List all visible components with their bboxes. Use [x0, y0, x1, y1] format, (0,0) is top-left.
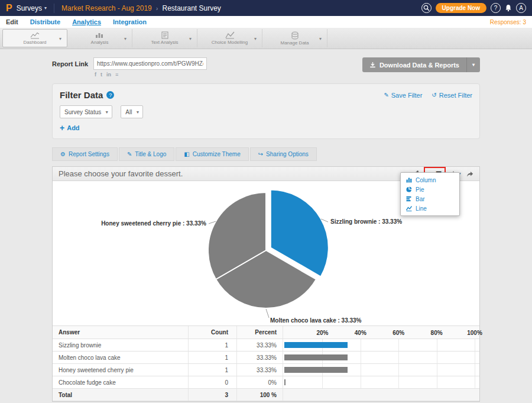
surveys-label: Surveys	[17, 4, 42, 12]
menu-item-bar[interactable]: Bar	[401, 194, 459, 204]
menu-item-label: Line	[416, 205, 427, 212]
toolbar-label: Manage Data	[280, 40, 309, 46]
download-icon	[369, 62, 376, 68]
col-count: Count	[189, 326, 237, 338]
tab-label: Report Settings	[69, 151, 109, 157]
chevron-down-icon[interactable]: ▾	[319, 36, 322, 41]
upgrade-button[interactable]: Upgrade Now	[436, 3, 486, 13]
chevron-down-icon: ▼	[105, 110, 109, 114]
download-data-reports-button[interactable]: Download Data & Reports ▾	[362, 57, 480, 72]
percent-cell: 0%	[237, 376, 283, 388]
reset-filter-link[interactable]: ↺ Reset Filter	[432, 92, 472, 99]
survey-status-value: Survey Status	[64, 109, 101, 115]
report-link-input[interactable]	[93, 57, 207, 70]
twitter-icon[interactable]: t	[100, 72, 102, 78]
chevron-down-icon: ▼	[135, 110, 140, 114]
chevron-down-icon[interactable]: ▾	[124, 36, 126, 41]
theme-icon: ◧	[184, 151, 189, 157]
report-link-row: Report Link f t in ≡ Download Data & Rep…	[52, 57, 480, 78]
report-option-tabs: ⚙ Report Settings ✎ Title & Logo ◧ Custo…	[52, 147, 480, 161]
filter-help-icon[interactable]: ?	[106, 91, 114, 99]
nav-edit[interactable]: Edit	[6, 18, 18, 25]
total-label: Total	[53, 389, 189, 401]
notifications-button[interactable]	[505, 4, 512, 12]
tab-report-settings[interactable]: ⚙ Report Settings	[52, 147, 118, 161]
toolbar-dashboard[interactable]: Dashboard ▾	[2, 29, 67, 47]
status-all-select[interactable]: All ▼	[121, 105, 143, 118]
add-filter-button[interactable]: + Add	[60, 124, 472, 131]
nav-analytics[interactable]: Analytics	[72, 18, 101, 25]
chevron-down-icon[interactable]: ▾	[189, 36, 192, 41]
facebook-icon[interactable]: f	[95, 72, 96, 78]
chevron-down-icon[interactable]: ▾	[467, 62, 480, 67]
nav-integration[interactable]: Integration	[113, 18, 147, 25]
tab-title-logo[interactable]: ✎ Title & Logo	[119, 147, 174, 161]
questionpro-logo[interactable]: P	[6, 3, 12, 14]
menu-item-label: Bar	[416, 196, 425, 202]
tab-sharing-options[interactable]: ↪ Sharing Options	[250, 147, 317, 161]
download-label: Download Data & Reports	[379, 62, 459, 69]
table-total-row: Total 3 100 %	[53, 389, 479, 401]
embed-icon[interactable]: ≡	[115, 72, 118, 78]
save-filter-link[interactable]: ✎ Save Filter	[384, 92, 422, 99]
chevron-down-icon[interactable]: ▾	[254, 36, 257, 41]
tab-label: Title & Logo	[135, 151, 166, 157]
bar-cell-empty	[283, 389, 479, 401]
toolbar-text-analysis[interactable]: Text Analysis ▾	[132, 29, 197, 47]
menu-item-label: Column	[416, 177, 436, 183]
toolbar-analysis[interactable]: Analysis ▾	[67, 29, 132, 47]
total-percent: 100 %	[237, 389, 283, 401]
toolbar-label: Choice Modelling	[212, 40, 248, 45]
menu-item-column[interactable]: Column	[401, 175, 459, 185]
search-icon	[423, 5, 430, 11]
bell-icon	[505, 4, 512, 12]
add-filter-label: Add	[67, 124, 79, 131]
surveys-menu[interactable]: Surveys ▾	[17, 4, 47, 12]
avatar[interactable]: A	[516, 3, 526, 13]
answer-bar	[284, 367, 348, 373]
tab-label: Customize Theme	[193, 151, 241, 157]
question-title: Please choose your favorite dessert.	[59, 169, 183, 178]
toolbar-choice-modelling[interactable]: Choice Modelling ▾	[197, 29, 262, 47]
linkedin-icon[interactable]: in	[106, 72, 111, 78]
text-analysis-icon	[161, 31, 169, 39]
scale-60: 60%	[392, 329, 404, 336]
menu-item-label: Pie	[416, 186, 424, 193]
filter-data-title: Filter Data	[60, 90, 103, 100]
line-chart-icon	[406, 205, 412, 211]
reset-filter-label: Reset Filter	[439, 92, 472, 99]
search-button[interactable]	[421, 3, 432, 13]
toolbar-manage-data[interactable]: Manage Data ▾	[262, 29, 327, 47]
scale-80: 80%	[431, 329, 443, 336]
chevron-down-icon[interactable]: ▾	[59, 36, 61, 41]
tab-customize-theme[interactable]: ◧ Customize Theme	[176, 147, 248, 161]
help-button[interactable]: ?	[491, 3, 501, 13]
navbar-divider	[54, 4, 54, 13]
nav-distribute[interactable]: Distribute	[30, 18, 60, 25]
table-row: Honey sweetened cherry pie 1 33.33%	[53, 364, 479, 376]
pencil-icon: ✎	[384, 92, 388, 98]
percent-cell: 33.33%	[237, 364, 283, 376]
callout-line	[266, 309, 269, 318]
dashboard-icon	[30, 31, 40, 39]
menu-item-pie[interactable]: Pie	[401, 185, 459, 194]
chevron-down-icon: ▾	[44, 5, 47, 11]
menu-item-line[interactable]: Line	[401, 204, 459, 213]
toolbar-label: Dashboard	[23, 40, 46, 45]
count-cell: 1	[189, 352, 237, 363]
survey-status-select[interactable]: Survey Status ▼	[60, 105, 112, 118]
analytics-toolbar: Dashboard ▾ Analysis ▾ Text Analysis ▾ C…	[0, 28, 532, 49]
answer-bar	[284, 342, 348, 348]
total-count: 3	[189, 389, 237, 401]
manage-data-icon	[291, 31, 299, 40]
forward-button[interactable]	[466, 171, 473, 177]
count-cell: 0	[189, 376, 237, 388]
pie-label-molten: Molten choco lava cake : 33.33%	[270, 317, 362, 324]
results-table: Answer Count Percent 20% 40% 60% 80% 100…	[53, 325, 479, 401]
bar-cell	[283, 376, 479, 388]
answer-bar	[284, 354, 348, 360]
breadcrumb-parent-link[interactable]: Market Research - Aug 2019	[61, 4, 152, 12]
breadcrumb-current: Restaurant Survey	[162, 4, 220, 12]
col-percent: Percent	[237, 326, 283, 338]
chart-type-dropdown: Column Pie Bar Line	[400, 172, 460, 216]
